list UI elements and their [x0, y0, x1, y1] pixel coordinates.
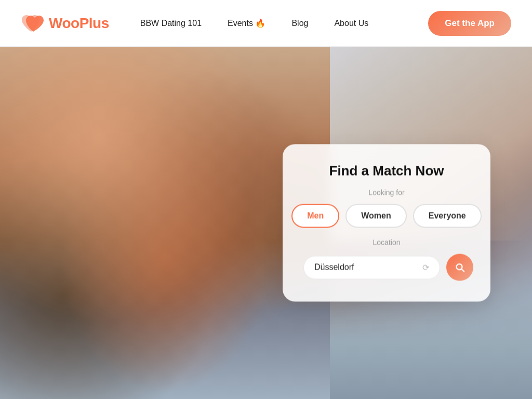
header: WooPlus BBW Dating 101 Events 🔥 Blog Abo…	[0, 0, 532, 47]
logo-text: WooPlus	[49, 15, 109, 32]
search-card: Find a Match Now Looking for Men Women E…	[283, 144, 490, 302]
location-input[interactable]	[314, 263, 418, 272]
gender-selector: Men Women Everyone	[303, 204, 470, 228]
get-app-button[interactable]: Get the App	[428, 11, 511, 36]
looking-for-label: Looking for	[303, 189, 470, 197]
location-input-wrapper[interactable]: ⟳	[303, 256, 440, 279]
location-row: ⟳	[303, 254, 470, 281]
hero-couple-image	[0, 47, 330, 399]
card-title: Find a Match Now	[303, 163, 470, 179]
nav-bbw-dating[interactable]: BBW Dating 101	[140, 19, 202, 28]
logo[interactable]: WooPlus	[21, 13, 109, 34]
nav-blog[interactable]: Blog	[291, 19, 308, 28]
search-icon	[454, 262, 466, 273]
search-button[interactable]	[446, 254, 473, 281]
couple-photo	[0, 47, 330, 399]
location-label: Location	[303, 238, 470, 247]
location-refresh-icon: ⟳	[422, 262, 429, 272]
nav-about-us[interactable]: About Us	[334, 19, 368, 28]
main-nav: BBW Dating 101 Events 🔥 Blog About Us	[140, 18, 429, 28]
gender-women-button[interactable]: Women	[345, 204, 406, 228]
nav-events[interactable]: Events 🔥	[228, 18, 265, 28]
logo-icon	[21, 13, 44, 34]
gender-everyone-button[interactable]: Everyone	[413, 204, 482, 228]
hero-section: Find a Match Now Looking for Men Women E…	[0, 47, 532, 399]
gender-men-button[interactable]: Men	[291, 204, 339, 228]
